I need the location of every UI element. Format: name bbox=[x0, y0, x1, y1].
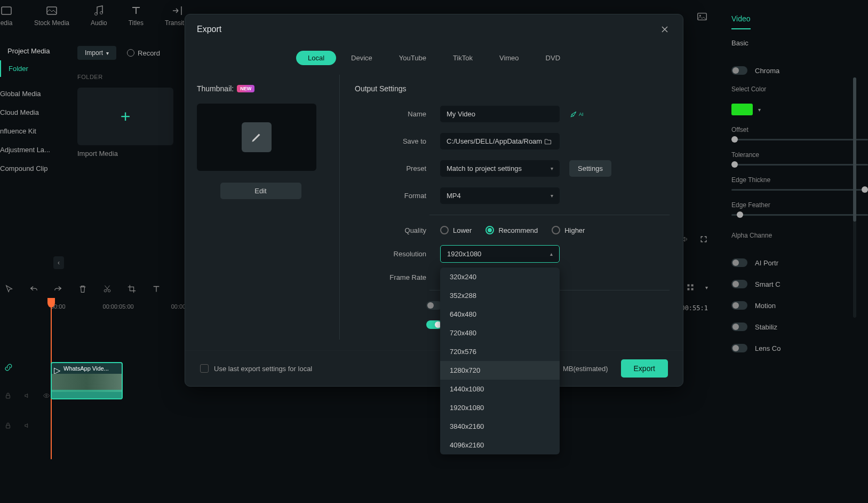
resolution-option[interactable]: 352x288 bbox=[440, 286, 560, 305]
preset-select[interactable]: Match to project settings▾ bbox=[440, 160, 560, 177]
quality-label: Quality bbox=[355, 226, 440, 234]
preset-label: Preset bbox=[355, 164, 440, 172]
quality-recommend-radio[interactable]: Recommend bbox=[485, 226, 538, 234]
resolution-label: Resolution bbox=[355, 250, 440, 258]
resolution-option[interactable]: 1920x1080 bbox=[440, 398, 560, 417]
preset-settings-button[interactable]: Settings bbox=[569, 160, 611, 177]
chevron-down-icon: ▾ bbox=[551, 193, 553, 199]
resolution-option[interactable]: 1280x720 bbox=[440, 361, 560, 380]
close-button[interactable] bbox=[658, 23, 671, 36]
use-last-settings-checkbox[interactable]: Use last export settings for local bbox=[200, 364, 312, 373]
edit-thumbnail-button[interactable]: Edit bbox=[220, 183, 301, 199]
export-button[interactable]: Export bbox=[621, 359, 668, 378]
new-badge: NEW bbox=[237, 85, 254, 92]
chevron-up-icon: ▴ bbox=[550, 251, 553, 257]
name-label: Name bbox=[355, 110, 440, 118]
thumbnail-preview[interactable] bbox=[197, 104, 316, 171]
resolution-option[interactable]: 720x480 bbox=[440, 324, 560, 342]
format-select[interactable]: MP4▾ bbox=[440, 187, 560, 204]
name-input[interactable] bbox=[440, 106, 560, 122]
modal-title: Export bbox=[197, 25, 221, 34]
resolution-option[interactable]: 720x576 bbox=[440, 342, 560, 361]
tab-youtube[interactable]: YouTube bbox=[387, 51, 438, 65]
browse-folder-button[interactable] bbox=[544, 137, 552, 146]
resolution-option[interactable]: 320x240 bbox=[440, 268, 560, 286]
quality-higher-radio[interactable]: Higher bbox=[552, 226, 585, 234]
tab-local[interactable]: Local bbox=[296, 51, 336, 65]
tab-tiktok[interactable]: TikTok bbox=[441, 51, 484, 65]
resolution-select[interactable]: 1920x1080▴ bbox=[440, 245, 560, 263]
export-modal: Export Local Device YouTube TikTok Vimeo… bbox=[185, 14, 683, 387]
format-label: Format bbox=[355, 192, 440, 200]
saveto-input[interactable] bbox=[440, 133, 560, 150]
resolution-option[interactable]: 640x480 bbox=[440, 305, 560, 324]
framerate-label: Frame Rate bbox=[355, 273, 440, 281]
thumbnail-label: Thumbnail: bbox=[197, 84, 234, 93]
output-settings-header: Output Settings bbox=[355, 84, 671, 93]
size-estimate: MB(estimated) bbox=[563, 365, 608, 373]
resolution-option[interactable]: 4096x2160 bbox=[440, 436, 560, 454]
tab-dvd[interactable]: DVD bbox=[534, 51, 572, 65]
chevron-down-icon: ▾ bbox=[551, 166, 553, 171]
resolution-option[interactable]: 3840x2160 bbox=[440, 417, 560, 436]
quality-lower-radio[interactable]: Lower bbox=[440, 226, 472, 234]
tab-vimeo[interactable]: Vimeo bbox=[488, 51, 531, 65]
pencil-icon bbox=[242, 122, 272, 152]
ai-name-icon[interactable]: AI bbox=[569, 110, 584, 119]
resolution-option[interactable]: 1440x1080 bbox=[440, 380, 560, 398]
saveto-label: Save to bbox=[355, 137, 440, 145]
tab-device[interactable]: Device bbox=[339, 51, 384, 65]
resolution-dropdown: 320x240 352x288 640x480 720x480 720x576 … bbox=[440, 268, 560, 454]
modal-scrollbar[interactable] bbox=[853, 77, 856, 318]
